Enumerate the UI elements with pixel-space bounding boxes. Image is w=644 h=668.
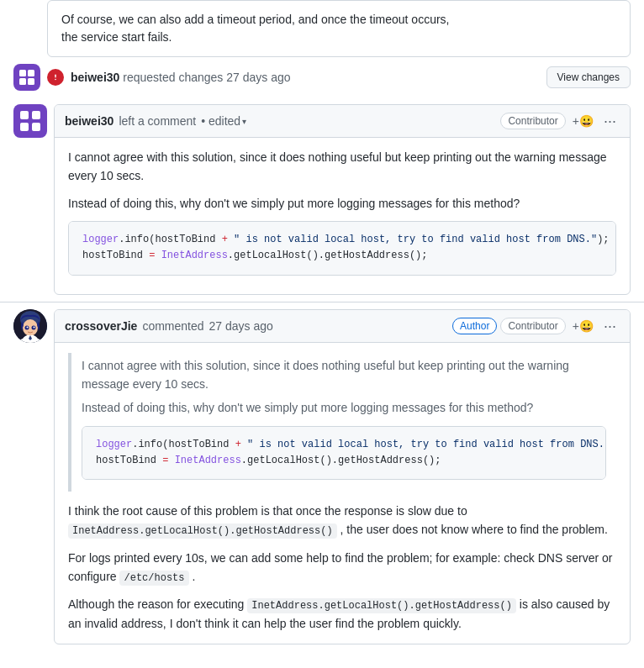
top-message-text: Of course, we can also add a timeout per… bbox=[61, 13, 449, 26]
second-more-options-button[interactable]: ··· bbox=[600, 317, 620, 335]
second-comment-left bbox=[13, 309, 47, 343]
second-contributor-badge: Contributor bbox=[500, 318, 565, 334]
svg-point-16 bbox=[27, 326, 29, 328]
second-comment-p1: I think the root cause of this problem i… bbox=[68, 502, 616, 540]
second-emoji-react-button[interactable]: +😀 bbox=[569, 318, 597, 334]
second-comment-wrapper: crossoverJie commented 27 days ago Autho… bbox=[0, 302, 644, 651]
svg-rect-9 bbox=[20, 123, 29, 131]
svg-rect-0 bbox=[19, 70, 26, 76]
edited-dropdown[interactable]: • edited ▾ bbox=[201, 114, 246, 128]
review-request-username[interactable]: beiwei30 bbox=[71, 71, 119, 84]
first-comment-header: beiwei30 left a comment • edited ▾ Contr… bbox=[55, 105, 630, 138]
svg-rect-10 bbox=[32, 123, 40, 131]
first-comment-left bbox=[13, 104, 47, 138]
first-comment-header-left: beiwei30 left a comment • edited ▾ bbox=[65, 114, 246, 128]
top-message-text2: the service start fails. bbox=[61, 30, 172, 44]
first-comment-p1: I cannot agree with this solution, since… bbox=[68, 148, 616, 186]
first-comment-code: logger.info(hostToBind + " is not valid … bbox=[68, 221, 616, 275]
author-badge: Author bbox=[452, 318, 497, 334]
second-comment-header-right: Author Contributor +😀 ··· bbox=[452, 317, 620, 335]
contributor-badge: Contributor bbox=[500, 113, 565, 129]
svg-rect-2 bbox=[19, 78, 26, 85]
page-container: Of course, we can also add a timeout per… bbox=[0, 0, 644, 651]
second-comment-username[interactable]: crossoverJie bbox=[65, 319, 137, 333]
blockquote-p2: Instead of doing this, why don't we simp… bbox=[82, 398, 606, 417]
review-request-icon bbox=[47, 69, 64, 86]
first-comment-p2: Instead of doing this, why don't we simp… bbox=[68, 194, 616, 213]
avatar-crossover bbox=[13, 309, 47, 343]
first-comment-action: left a comment bbox=[119, 114, 196, 128]
second-comment-header-left: crossoverJie commented 27 days ago bbox=[65, 319, 273, 333]
svg-rect-1 bbox=[28, 70, 34, 76]
second-comment-header: crossoverJie commented 27 days ago Autho… bbox=[55, 310, 630, 343]
view-changes-button[interactable]: View changes bbox=[546, 66, 631, 88]
top-message-box: Of course, we can also add a timeout per… bbox=[47, 0, 631, 57]
first-comment-body: I cannot agree with this solution, since… bbox=[55, 138, 630, 294]
blockquote: I cannot agree with this solution, since… bbox=[68, 353, 616, 492]
svg-rect-3 bbox=[28, 78, 34, 85]
second-comment-body: I cannot agree with this solution, since… bbox=[55, 343, 630, 644]
second-comment-time: 27 days ago bbox=[209, 319, 273, 333]
avatar-beiwei bbox=[13, 104, 47, 138]
review-request-row: beiwei30 requested changes 27 days ago V… bbox=[0, 57, 644, 97]
inline-code-1: InetAddress.getLocalHost().getHostAddres… bbox=[68, 523, 337, 539]
review-request-text: beiwei30 requested changes 27 days ago bbox=[71, 71, 540, 84]
more-options-button[interactable]: ··· bbox=[600, 112, 620, 130]
second-comment-p2: For logs printed every 10s, we can add s… bbox=[68, 549, 616, 587]
second-comment-action: commented bbox=[142, 319, 203, 333]
svg-point-17 bbox=[34, 326, 35, 328]
avatar-beiwei-small bbox=[13, 64, 40, 91]
blockquote-p1: I cannot agree with this solution, since… bbox=[82, 356, 606, 394]
first-comment-wrapper: beiwei30 left a comment • edited ▾ Contr… bbox=[0, 97, 644, 302]
chevron-down-icon: ▾ bbox=[242, 117, 246, 126]
second-comment-main: crossoverJie commented 27 days ago Autho… bbox=[54, 309, 631, 644]
svg-rect-7 bbox=[20, 111, 29, 119]
first-comment-username[interactable]: beiwei30 bbox=[65, 114, 113, 128]
svg-rect-5 bbox=[55, 75, 55, 78]
svg-point-6 bbox=[55, 79, 56, 81]
inline-code-3: InetAddress.getLocalHost().getHostAddres… bbox=[247, 598, 516, 613]
second-comment-p3: Although the reason for executing InetAd… bbox=[68, 595, 616, 634]
emoji-react-button[interactable]: +😀 bbox=[569, 113, 597, 129]
svg-rect-8 bbox=[32, 111, 40, 119]
quote-code-block: logger.info(hostToBind + " is not valid … bbox=[82, 426, 606, 480]
first-comment-header-right: Contributor +😀 ··· bbox=[500, 112, 620, 130]
inline-code-2: /etc/hosts bbox=[119, 571, 188, 586]
first-comment-main: beiwei30 left a comment • edited ▾ Contr… bbox=[54, 104, 631, 295]
